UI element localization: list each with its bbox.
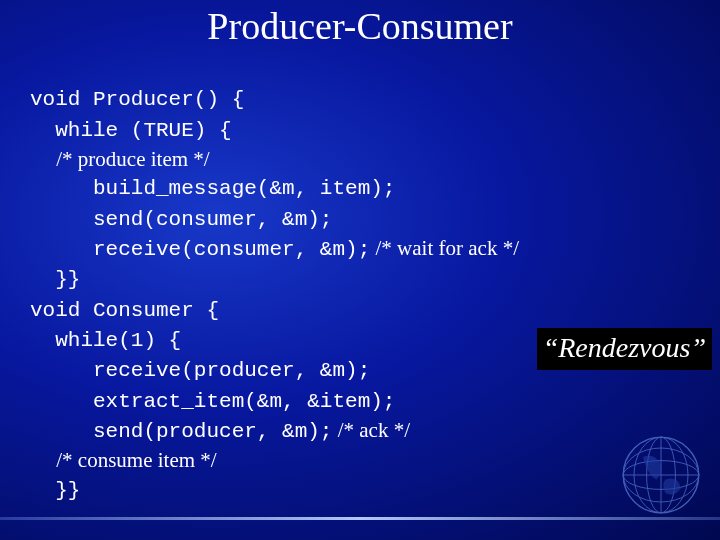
slide-title: Producer-Consumer bbox=[0, 0, 720, 48]
code-line: void Consumer { bbox=[30, 299, 219, 322]
code-line: receive(producer, &m); bbox=[30, 359, 370, 382]
code-line: extract_item(&m, &item); bbox=[30, 390, 395, 413]
code-line: while (TRUE) { bbox=[30, 119, 232, 142]
code-line: }} bbox=[30, 268, 80, 291]
code-line: build_message(&m, item); bbox=[30, 177, 395, 200]
code-line: }} bbox=[30, 479, 80, 502]
code-comment: /* ack */ bbox=[332, 418, 410, 442]
code-line: send(producer, &m); bbox=[30, 420, 332, 443]
footer-divider bbox=[0, 517, 720, 520]
code-line: send(consumer, &m); bbox=[30, 208, 332, 231]
code-block: void Producer() { while (TRUE) { /* prod… bbox=[0, 48, 720, 505]
code-comment: /* consume item */ bbox=[30, 448, 217, 472]
code-comment: /* produce item */ bbox=[30, 147, 210, 171]
globe-icon bbox=[616, 430, 706, 520]
code-line: while(1) { bbox=[30, 329, 181, 352]
code-comment: /* wait for ack */ bbox=[370, 236, 519, 260]
callout-label: “Rendezvous” bbox=[537, 328, 712, 370]
code-line: receive(consumer, &m); bbox=[30, 238, 370, 261]
code-line: void Producer() { bbox=[30, 88, 244, 111]
